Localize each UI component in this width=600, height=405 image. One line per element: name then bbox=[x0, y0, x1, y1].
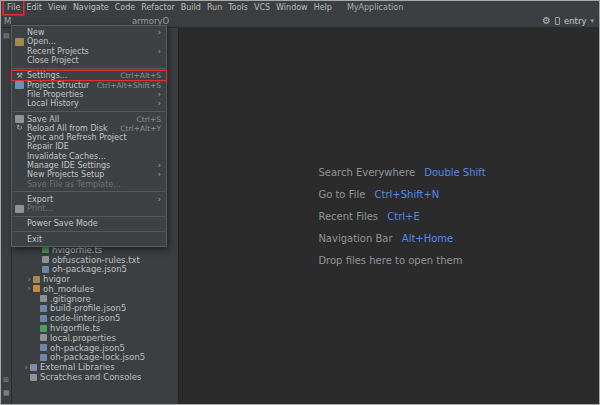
menubar-item[interactable]: View bbox=[45, 1, 70, 14]
folder-icon bbox=[33, 276, 40, 283]
menu-item-icon bbox=[15, 47, 24, 55]
menu-item-label: Power Save Mode bbox=[27, 219, 153, 228]
file-menu-item[interactable]: Invalidate Caches... bbox=[12, 152, 166, 161]
project-tool-icon[interactable]: ▤ bbox=[3, 32, 10, 40]
menubar-item[interactable]: Navigate bbox=[70, 1, 112, 14]
tree-item[interactable]: › External Libraries bbox=[12, 362, 178, 372]
tree-item[interactable]: local.properties bbox=[12, 333, 178, 343]
problems-tool-icon[interactable]: ▦ bbox=[3, 389, 10, 397]
menu-separator bbox=[13, 191, 165, 192]
git-file-icon bbox=[40, 295, 47, 302]
menu-separator bbox=[13, 216, 165, 217]
file-menu-item[interactable]: Exit bbox=[12, 235, 166, 244]
hint-label: Go to File bbox=[318, 189, 365, 200]
tree-item-label: hvigorfile.ts bbox=[50, 323, 100, 333]
menu-item-icon bbox=[15, 171, 24, 179]
editor-area: Search Everywhere Double Shift Go to Fil… bbox=[180, 28, 599, 404]
tree-item[interactable]: build-profile.json5 bbox=[12, 304, 178, 314]
tree-item[interactable]: › oh_modules bbox=[12, 284, 178, 294]
tree-item-label: hvigor bbox=[43, 274, 70, 284]
menubar-item[interactable]: Edit bbox=[23, 1, 45, 14]
menubar-item-label: Tools bbox=[228, 3, 248, 12]
tree-item[interactable]: code-linter.json5 bbox=[12, 313, 178, 323]
tree-item[interactable]: oh-package-lock.json5 bbox=[12, 353, 178, 363]
tree-chevron-icon: › bbox=[25, 284, 33, 293]
tree-item[interactable]: oh-package.json5 bbox=[12, 343, 178, 353]
file-menu-item[interactable]: Save File as Template... bbox=[12, 179, 166, 188]
file-menu-item[interactable]: Local History › bbox=[12, 99, 166, 108]
run-target-selector[interactable]: entry bbox=[564, 16, 586, 26]
json-file-icon bbox=[40, 354, 47, 361]
toolbar-right-group: ⚙ entry ▾ bbox=[542, 16, 599, 26]
menu-item-icon bbox=[15, 180, 24, 188]
file-menu-item[interactable]: Export › bbox=[12, 195, 166, 204]
menubar-item[interactable]: VCS bbox=[251, 1, 273, 14]
menubar-item-label: Refactor bbox=[141, 3, 175, 12]
tree-chevron-icon: › bbox=[25, 275, 33, 284]
file-menu-item[interactable]: Sync and Refresh Project bbox=[12, 133, 166, 142]
menu-item-label: Sync and Refresh Project bbox=[27, 133, 153, 142]
window-title: MyApplication bbox=[347, 3, 403, 12]
menubar-item[interactable]: Code bbox=[112, 1, 138, 14]
menubar-item[interactable]: Run bbox=[204, 1, 225, 14]
menubar-item-label: Navigate bbox=[73, 3, 109, 12]
file-menu-item[interactable]: Recent Projects › bbox=[12, 47, 166, 56]
file-menu-item[interactable]: New › bbox=[12, 28, 166, 37]
tree-item-label: .gitignore bbox=[50, 294, 91, 304]
file-menu-item[interactable]: ↻ Reload All from Disk Ctrl+Alt+Y bbox=[12, 124, 166, 133]
ts-file-icon bbox=[40, 325, 47, 332]
menubar-item[interactable]: Build bbox=[178, 1, 204, 14]
file-menu-item[interactable]: Save All Ctrl+S bbox=[12, 114, 166, 123]
file-menu-item[interactable]: ⚒ Settings... Ctrl+Alt+S bbox=[12, 71, 166, 80]
file-menu-item[interactable]: Repair IDE bbox=[12, 142, 166, 151]
hint-label: Recent Files bbox=[318, 211, 378, 222]
file-menu-item[interactable]: Project Structure... Ctrl+Alt+Shift+S bbox=[12, 80, 166, 89]
menubar-item[interactable]: File bbox=[4, 1, 23, 14]
menu-item-label: Export bbox=[27, 195, 149, 204]
settings-gear-icon[interactable]: ⚙ bbox=[542, 16, 551, 26]
project-tree: build-profile.json5 hvigorfile.ts obfusc… bbox=[12, 235, 178, 382]
file-menu-item[interactable]: Print... bbox=[12, 204, 166, 213]
file-menu-item[interactable]: New Projects Setup › bbox=[12, 170, 166, 179]
chevron-down-icon[interactable]: ▾ bbox=[590, 17, 594, 25]
properties-file-icon bbox=[40, 334, 47, 341]
shortcut-hint: Navigation Bar Alt+Home bbox=[318, 233, 485, 244]
menubar-items: FileEditViewNavigateCodeRefactorBuildRun… bbox=[4, 1, 335, 14]
menubar-item-label: Code bbox=[115, 3, 135, 12]
tree-item-label: obfuscation-rules.txt bbox=[52, 255, 140, 265]
menubar-item[interactable]: Refactor bbox=[138, 1, 178, 14]
tree-item[interactable]: › hvigor bbox=[12, 274, 178, 284]
tree-item-label: local.properties bbox=[50, 333, 116, 343]
menu-item-label: Manage IDE Settings bbox=[27, 161, 149, 170]
menubar-item[interactable]: Window bbox=[273, 1, 311, 14]
tree-item-label: Scratches and Consoles bbox=[40, 372, 141, 382]
menubar-item-label: File bbox=[7, 3, 20, 12]
hint-shortcut: Ctrl+E bbox=[387, 211, 420, 222]
shortcut-hint: Search Everywhere Double Shift bbox=[318, 167, 485, 178]
file-menu-item[interactable]: Open... bbox=[12, 37, 166, 46]
tree-item[interactable]: .gitignore bbox=[12, 294, 178, 304]
menu-item-icon bbox=[15, 220, 24, 228]
tree-item[interactable]: obfuscation-rules.txt bbox=[12, 255, 178, 265]
tree-item[interactable]: Scratches and Consoles bbox=[12, 372, 178, 382]
hint-shortcut: Double Shift bbox=[424, 167, 485, 178]
menubar-item[interactable]: Help bbox=[311, 1, 335, 14]
menu-separator bbox=[13, 68, 165, 69]
menu-item-shortcut: › bbox=[157, 28, 161, 37]
menu-item-label: File Properties bbox=[27, 90, 149, 99]
file-menu-item[interactable]: Manage IDE Settings › bbox=[12, 161, 166, 170]
tool-window-icon-glyph: ▦ bbox=[3, 389, 10, 397]
file-menu-item[interactable]: Close Project bbox=[12, 56, 166, 65]
tool-window-icon-glyph: ▤ bbox=[3, 32, 10, 40]
tree-item[interactable]: oh-package.json5 bbox=[12, 264, 178, 274]
menu-item-icon bbox=[15, 90, 24, 98]
menu-item-icon bbox=[15, 29, 24, 37]
tree-item[interactable]: hvigorfile.ts bbox=[12, 323, 178, 333]
menu-item-label: Save File as Template... bbox=[27, 180, 153, 189]
menu-item-icon bbox=[15, 143, 24, 151]
shortcut-hint: Recent Files Ctrl+E bbox=[318, 211, 485, 222]
menubar-item[interactable]: Tools bbox=[225, 1, 251, 14]
file-menu-item[interactable]: File Properties › bbox=[12, 90, 166, 99]
file-menu-item[interactable]: Power Save Mode bbox=[12, 219, 166, 228]
build-tool-icon[interactable]: ⊞ bbox=[3, 376, 9, 384]
